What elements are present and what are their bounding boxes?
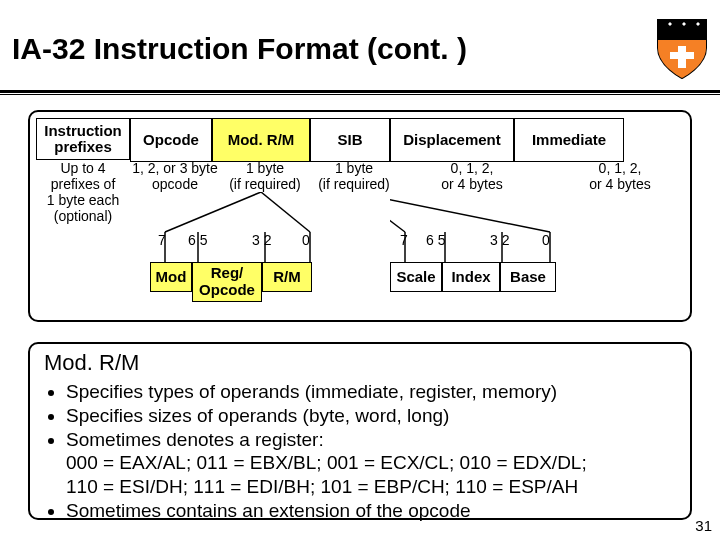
sib-bit-7: 7 — [400, 232, 408, 248]
sub-prefixes: Up to 4 prefixes of 1 byte each (optiona… — [36, 160, 130, 224]
svg-line-9 — [390, 192, 550, 232]
svg-line-3 — [261, 192, 310, 232]
sub-disp: 0, 1, 2, or 4 bytes — [422, 160, 522, 192]
modrm-reg: Reg/ Opcode — [192, 262, 262, 302]
modrm-bit-7: 7 — [158, 232, 166, 248]
desc-bullet: Sometimes contains an extension of the o… — [66, 499, 676, 523]
svg-line-2 — [165, 192, 261, 232]
sib-bit-0: 0 — [542, 232, 550, 248]
desc-heading: Mod. R/M — [44, 350, 676, 376]
hdr-modrm: Mod. R/M — [212, 118, 310, 162]
sub-modrm: 1 byte (if required) — [220, 160, 310, 192]
connector-modrm — [150, 192, 320, 264]
page-title: IA-32 Instruction Format (cont. ) — [12, 32, 656, 66]
description-box: Mod. R/M Specifies types of operands (im… — [28, 342, 692, 520]
desc-bullet: Specifies sizes of operands (byte, word,… — [66, 404, 676, 428]
hdr-disp: Displacement — [390, 118, 514, 162]
sib-base: Base — [500, 262, 556, 292]
sib-bit-65: 6 5 — [426, 232, 445, 248]
hdr-prefixes: Instruction prefixes — [36, 118, 130, 160]
hdr-imm: Immediate — [514, 118, 624, 162]
divider — [0, 94, 720, 95]
sib-bit-32: 3 2 — [490, 232, 509, 248]
sib-index: Index — [442, 262, 500, 292]
modrm-bit-65: 6 5 — [188, 232, 207, 248]
page-number: 31 — [695, 517, 712, 534]
modrm-rm: R/M — [262, 262, 312, 292]
hdr-opcode: Opcode — [130, 118, 212, 162]
hdr-sib: SIB — [310, 118, 390, 162]
divider — [0, 90, 720, 93]
modrm-bit-32: 3 2 — [252, 232, 271, 248]
sub-opcode: 1, 2, or 3 byte opcode — [124, 160, 226, 192]
modrm-bit-0: 0 — [302, 232, 310, 248]
sub-imm: 0, 1, 2, or 4 bytes — [570, 160, 670, 192]
desc-bullet: Specifies types of operands (immediate, … — [66, 380, 676, 404]
svg-line-8 — [390, 192, 405, 232]
princeton-shield-icon — [656, 18, 708, 80]
sib-scale: Scale — [390, 262, 442, 292]
svg-rect-1 — [670, 52, 694, 59]
desc-bullet: Sometimes denotes a register: 000 = EAX/… — [66, 428, 676, 499]
format-diagram: Instruction prefixes Opcode Mod. R/M SIB… — [28, 110, 692, 322]
modrm-mod: Mod — [150, 262, 192, 292]
connector-sib — [390, 192, 560, 264]
sub-sib: 1 byte (if required) — [310, 160, 398, 192]
